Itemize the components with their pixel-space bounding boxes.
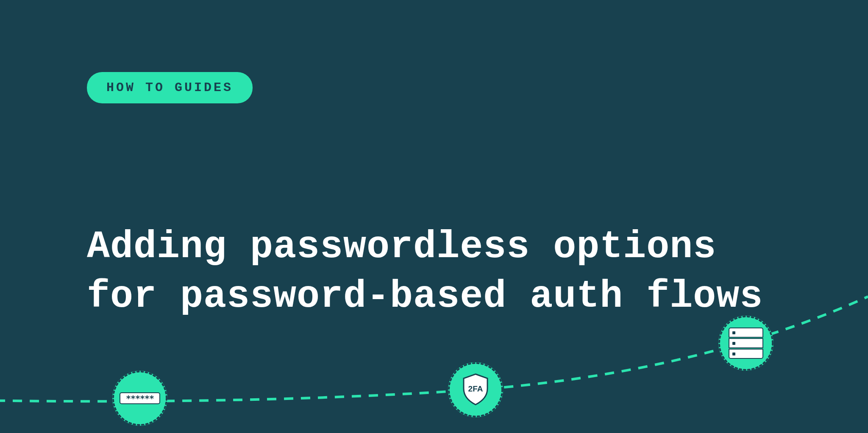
node-scalloped-border <box>448 362 503 417</box>
svg-point-0 <box>113 372 167 425</box>
badge-label: HOW TO GUIDES <box>106 80 233 95</box>
page-title: Adding passwordless options for password… <box>87 222 807 322</box>
svg-point-2 <box>719 316 773 370</box>
node-scalloped-border <box>112 371 167 426</box>
category-badge: HOW TO GUIDES <box>87 72 253 103</box>
twofa-node: 2FA <box>448 362 503 417</box>
server-node <box>718 316 773 371</box>
password-node: ****** <box>112 371 167 426</box>
svg-point-1 <box>449 363 502 416</box>
node-scalloped-border <box>718 316 773 371</box>
